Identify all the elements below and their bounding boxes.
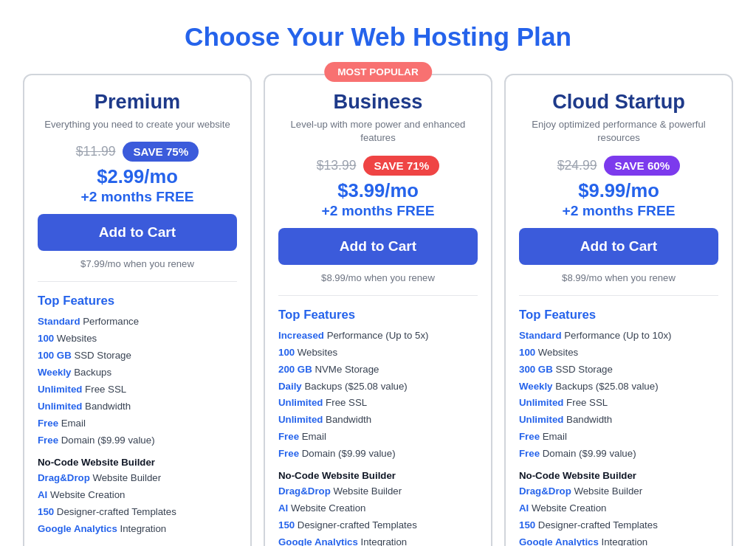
plan-name: Premium bbox=[38, 90, 237, 114]
original-price: $24.99 bbox=[557, 158, 597, 173]
feature-item: Free Email bbox=[38, 416, 237, 431]
feature-highlight: Weekly bbox=[38, 367, 71, 378]
builder-feature-item: AI Website Creation bbox=[278, 501, 478, 516]
plan-desc: Enjoy optimized performance & powerful r… bbox=[519, 118, 718, 145]
feature-highlight: Unlimited bbox=[519, 397, 563, 408]
feature-highlight: 200 GB bbox=[278, 364, 312, 375]
features-title: Top Features bbox=[278, 308, 478, 322]
renew-price: $7.99/mo when you renew bbox=[38, 258, 237, 282]
free-months: +2 months FREE bbox=[38, 189, 237, 205]
feature-highlight: Unlimited bbox=[278, 414, 323, 425]
save-badge: SAVE 75% bbox=[123, 142, 199, 162]
feature-item: Unlimited Free SSL bbox=[38, 382, 237, 397]
plan-card-premium: Premium Everything you need to create yo… bbox=[23, 74, 252, 546]
feature-highlight: 300 GB bbox=[519, 364, 553, 375]
feature-highlight: Unlimited bbox=[38, 384, 82, 395]
pricing-row: $13.99 SAVE 71% bbox=[278, 156, 478, 176]
popular-badge: MOST POPULAR bbox=[324, 62, 432, 82]
builder-feature-item: Google Analytics Integration bbox=[278, 535, 478, 546]
pricing-row: $11.99 SAVE 75% bbox=[38, 142, 237, 162]
plan-card-business: MOST POPULAR Business Level-up with more… bbox=[264, 74, 492, 546]
feature-item: Free Domain ($9.99 value) bbox=[519, 446, 718, 461]
builder-feature-highlight: Google Analytics bbox=[38, 523, 117, 534]
feature-item: 200 GB NVMe Storage bbox=[278, 362, 478, 377]
plan-desc: Everything you need to create your websi… bbox=[38, 118, 237, 131]
feature-highlight: Unlimited bbox=[38, 401, 82, 412]
builder-feature-highlight: 150 bbox=[38, 506, 54, 517]
feature-highlight: Unlimited bbox=[519, 414, 563, 425]
plan-card-cloud-startup: Cloud Startup Enjoy optimized performanc… bbox=[504, 74, 733, 546]
feature-item: Increased Performance (Up to 5x) bbox=[278, 328, 478, 343]
feature-item: Free Email bbox=[519, 429, 718, 444]
builder-feature-item: AI Website Creation bbox=[519, 501, 718, 516]
page-title: Choose Your Web Hosting Plan bbox=[15, 22, 741, 52]
builder-feature-highlight: AI bbox=[278, 502, 288, 514]
feature-item: Free Email bbox=[278, 429, 478, 444]
pricing-row: $24.99 SAVE 60% bbox=[519, 156, 718, 176]
builder-feature-highlight: Google Analytics bbox=[278, 536, 358, 546]
section-divider: No-Code Website Builder Drag&Drop Websit… bbox=[278, 470, 478, 546]
builder-feature-highlight: 150 bbox=[519, 519, 535, 531]
add-to-cart-button[interactable]: Add to Cart bbox=[38, 214, 237, 251]
feature-item: Unlimited Bandwidth bbox=[519, 412, 718, 427]
feature-item: Unlimited Free SSL bbox=[519, 395, 718, 410]
feature-item: 100 Websites bbox=[519, 345, 718, 360]
feature-highlight: Standard bbox=[519, 330, 562, 341]
feature-item: Unlimited Bandwidth bbox=[278, 412, 478, 427]
feature-item: 100 GB SSD Storage bbox=[38, 348, 237, 363]
builder-feature-highlight: 150 bbox=[278, 519, 295, 531]
builder-feature-item: Google Analytics Integration bbox=[38, 522, 237, 536]
feature-highlight: Standard bbox=[38, 316, 80, 327]
plan-desc: Level-up with more power and enhanced fe… bbox=[278, 118, 478, 145]
feature-item: 100 Websites bbox=[38, 331, 237, 346]
builder-feature-item: 150 Designer-crafted Templates bbox=[519, 518, 718, 533]
feature-highlight: 100 bbox=[519, 347, 535, 358]
feature-highlight: Free bbox=[278, 448, 299, 459]
original-price: $11.99 bbox=[76, 144, 116, 159]
builder-feature-item: Drag&Drop Website Builder bbox=[519, 484, 718, 499]
feature-highlight: 100 GB bbox=[38, 350, 72, 361]
feature-item: Unlimited Free SSL bbox=[278, 395, 478, 410]
section-divider: No-Code Website Builder Drag&Drop Websit… bbox=[519, 470, 718, 546]
feature-item: Daily Backups ($25.08 value) bbox=[278, 379, 478, 394]
builder-feature-item: Google Analytics Integration bbox=[519, 535, 718, 546]
feature-highlight: 100 bbox=[278, 347, 295, 358]
feature-highlight: Free bbox=[519, 448, 540, 459]
builder-feature-highlight: Drag&Drop bbox=[278, 485, 331, 497]
add-to-cart-button[interactable]: Add to Cart bbox=[519, 228, 718, 265]
feature-item: Standard Performance bbox=[38, 314, 237, 329]
plans-container: Premium Everything you need to create yo… bbox=[15, 74, 741, 546]
feature-highlight: 100 bbox=[38, 333, 54, 344]
feature-highlight: Free bbox=[278, 431, 299, 442]
builder-feature-highlight: Drag&Drop bbox=[519, 485, 571, 497]
feature-highlight: Increased bbox=[278, 330, 324, 341]
builder-feature-highlight: AI bbox=[38, 489, 47, 500]
renew-price: $8.99/mo when you renew bbox=[519, 272, 718, 296]
builder-feature-item: AI Website Creation bbox=[38, 488, 237, 502]
feature-item: Free Domain ($9.99 value) bbox=[278, 446, 478, 461]
builder-feature-highlight: Google Analytics bbox=[519, 536, 599, 546]
builder-title: No-Code Website Builder bbox=[519, 470, 718, 481]
feature-item: Standard Performance (Up to 10x) bbox=[519, 328, 718, 343]
builder-feature-item: 150 Designer-crafted Templates bbox=[38, 505, 237, 519]
add-to-cart-button[interactable]: Add to Cart bbox=[278, 228, 478, 265]
free-months: +2 months FREE bbox=[278, 203, 478, 219]
builder-feature-item: Drag&Drop Website Builder bbox=[38, 471, 237, 485]
feature-item: Unlimited Bandwidth bbox=[38, 399, 237, 414]
section-divider: No-Code Website Builder Drag&Drop Websit… bbox=[38, 457, 237, 536]
feature-highlight: Unlimited bbox=[278, 397, 323, 408]
feature-item: Free Domain ($9.99 value) bbox=[38, 433, 237, 448]
features-title: Top Features bbox=[38, 294, 237, 308]
feature-item: 100 Websites bbox=[278, 345, 478, 360]
current-price: $9.99/mo bbox=[519, 180, 718, 201]
plan-name: Business bbox=[278, 90, 478, 114]
renew-price: $8.99/mo when you renew bbox=[278, 272, 478, 296]
current-price: $3.99/mo bbox=[278, 180, 478, 201]
feature-item: Weekly Backups ($25.08 value) bbox=[519, 379, 718, 394]
feature-item: 300 GB SSD Storage bbox=[519, 362, 718, 377]
feature-highlight: Weekly bbox=[519, 381, 552, 392]
feature-item: Weekly Backups bbox=[38, 365, 237, 380]
builder-feature-item: 150 Designer-crafted Templates bbox=[278, 518, 478, 533]
plan-name: Cloud Startup bbox=[519, 90, 718, 114]
feature-highlight: Daily bbox=[278, 381, 302, 392]
